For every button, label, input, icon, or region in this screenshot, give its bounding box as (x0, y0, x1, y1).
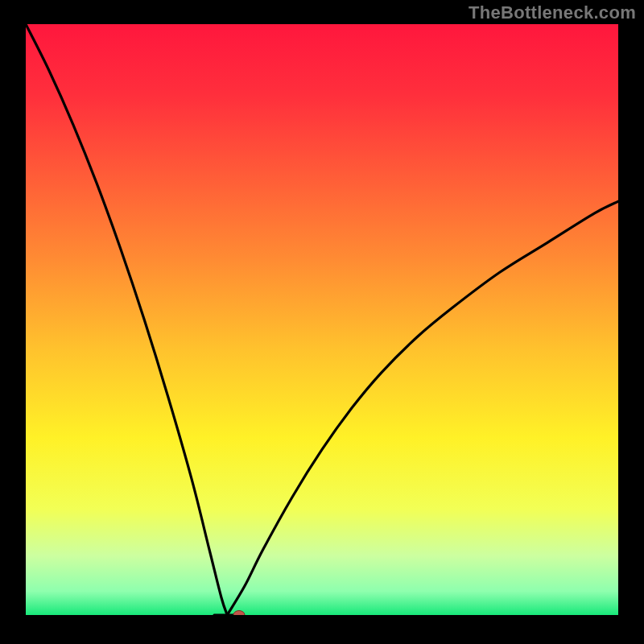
chart-stage: TheBottleneck.com (0, 0, 644, 644)
gradient-background (26, 24, 618, 615)
bottleneck-curve-chart (0, 0, 644, 644)
bottom-black-bar (0, 615, 644, 644)
watermark-text: TheBottleneck.com (469, 2, 636, 23)
